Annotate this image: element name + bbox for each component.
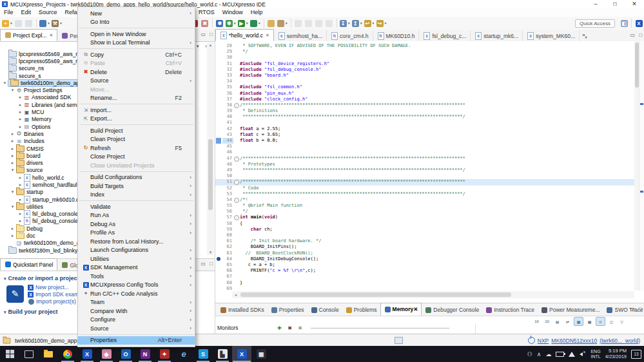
- editor-tab-system-mk60-[interactable]: csystem_MK60...: [523, 30, 580, 41]
- hex-format-icon[interactable]: 10: [532, 318, 541, 325]
- code-line-51[interactable]: 51−/************************************…: [215, 179, 634, 185]
- annotation-gutter[interactable]: [215, 108, 222, 114]
- menu-rtos[interactable]: RTOS: [195, 8, 219, 17]
- line-number[interactable]: 44: [222, 138, 233, 144]
- line-number[interactable]: 47: [222, 156, 233, 162]
- code-line-29[interactable]: 29 */: [215, 49, 634, 55]
- line-number[interactable]: 61: [222, 238, 233, 244]
- annotation-gutter[interactable]: [215, 268, 222, 274]
- battery-icon[interactable]: [556, 352, 564, 357]
- line-number[interactable]: 36: [222, 91, 233, 97]
- back-icon[interactable]: ↩▼: [364, 19, 375, 28]
- tab-debugger-console[interactable]: Debugger Console: [422, 304, 482, 316]
- clock[interactable]: 5:19 PM4/23/2019: [605, 348, 627, 359]
- menu-item-export-[interactable]: ⇱Export...: [78, 115, 195, 124]
- line-number[interactable]: 45: [222, 144, 233, 149]
- menu-item-build-project[interactable]: Build Project: [78, 126, 195, 135]
- tab-project-expl-[interactable]: Project Expl...✕: [0, 29, 57, 41]
- taskbar-mcuxpresso-icon[interactable]: X: [77, 346, 97, 362]
- menu-help[interactable]: Help: [247, 8, 267, 17]
- tree-expander-icon[interactable]: ▸: [17, 95, 23, 100]
- menu-item-refresh[interactable]: ↻RefreshF5: [78, 144, 195, 153]
- notifications-icon[interactable]: 13: [631, 350, 641, 359]
- annotation-gutter[interactable]: [215, 84, 222, 90]
- annotation-gutter[interactable]: [215, 114, 222, 120]
- editor-tab-semihost-ha-[interactable]: csemihost_ha...: [274, 30, 327, 41]
- taskbar-onenote-icon[interactable]: N: [135, 346, 155, 362]
- line-number[interactable]: 35: [222, 84, 233, 90]
- annotation-gutter[interactable]: [215, 191, 222, 197]
- menu-item-show-in-local-terminal[interactable]: Show in Local Terminal›: [78, 39, 195, 48]
- annotation-gutter[interactable]: [215, 173, 222, 179]
- tab-console[interactable]: Console: [307, 304, 342, 316]
- tab-quickstart-panel[interactable]: Quickstart Panel: [0, 258, 57, 271]
- annotation-gutter[interactable]: [215, 214, 222, 220]
- new-wizard-icon[interactable]: +▼: [2, 19, 13, 28]
- line-number[interactable]: 49: [222, 167, 233, 173]
- editor-tab-fsl-debug-c-[interactable]: cfsl_debug_c...: [419, 30, 471, 41]
- line-number[interactable]: 33: [222, 73, 233, 79]
- menu-item-mcuxpresso-config-tools[interactable]: XMCUXpresso Config Tools›: [78, 281, 195, 290]
- run-icon[interactable]: ▶▼: [238, 19, 249, 28]
- next-annotation-icon[interactable]: ↧▼: [340, 19, 351, 28]
- line-number[interactable]: 39: [222, 108, 233, 114]
- tab-memory[interactable]: Memory✕: [380, 303, 422, 316]
- code-line-61[interactable]: 61 /* Init board hardware. */: [215, 238, 634, 244]
- menu-item-copy[interactable]: ⧉CopyCtrl+C: [78, 50, 195, 59]
- line-number[interactable]: 40: [222, 114, 233, 120]
- annotation-gutter[interactable]: [215, 286, 222, 291]
- annotation-gutter[interactable]: [215, 262, 222, 268]
- network-icon[interactable]: [569, 352, 575, 357]
- code-line-42[interactable]: 42float a = 2.55;: [215, 126, 634, 132]
- line-number[interactable]: 55: [222, 203, 233, 209]
- line-number[interactable]: 56: [222, 209, 233, 214]
- tab-instruction-trace[interactable]: Instruction Trace: [482, 304, 538, 316]
- code-line-63[interactable]: 63 // BOARD_BootClockRUN();: [215, 251, 634, 256]
- taskbar-outlook-icon[interactable]: O: [116, 346, 135, 362]
- annotation-gutter[interactable]: [215, 179, 222, 185]
- code-line-50[interactable]: 50: [215, 173, 634, 179]
- code-line-59[interactable]: 59 char ch;: [215, 227, 634, 233]
- annotation-gutter[interactable]: [215, 167, 222, 173]
- tree-expander-icon[interactable]: ▸: [17, 102, 23, 108]
- code-line-60[interactable]: 60: [215, 233, 634, 238]
- tree-expander-icon[interactable]: ▸: [17, 211, 23, 216]
- tree-expander-icon[interactable]: ▾: [2, 81, 8, 86]
- annotation-gutter[interactable]: [215, 221, 222, 227]
- code-line-54[interactable]: 54−/*!: [215, 197, 634, 203]
- tab-properties[interactable]: Properties: [268, 304, 307, 316]
- tab-power-measureme-[interactable]: Power Measureme...: [538, 304, 603, 316]
- tree-expander-icon[interactable]: ▸: [10, 233, 15, 238]
- menu-item-validate[interactable]: Validate: [78, 202, 195, 211]
- line-number[interactable]: 65: [222, 262, 233, 268]
- menu-item-restore-from-local-history-[interactable]: Restore from Local History...: [78, 237, 195, 246]
- menu-item-run-c-c-code-analysis[interactable]: ✦Run C/C++ Code Analysis: [78, 289, 195, 298]
- menu-item-tools[interactable]: Tools›: [78, 272, 195, 281]
- code-line-40[interactable]: 40 *************************************…: [215, 114, 634, 120]
- launch-config-icon[interactable]: ▼: [39, 19, 50, 28]
- people-icon[interactable]: ⚇: [527, 351, 532, 357]
- code-line-48[interactable]: 48 * Prototypes: [215, 162, 634, 167]
- taskbar-chrome-icon[interactable]: [58, 346, 77, 362]
- menu-file[interactable]: File: [0, 8, 17, 17]
- menu-item-team[interactable]: Team›: [78, 298, 195, 307]
- menu-item-compare-with[interactable]: Compare With›: [78, 307, 195, 316]
- tree-expander-icon[interactable]: ▾: [10, 189, 15, 195]
- code-line-46[interactable]: 46: [215, 149, 634, 155]
- fold-collapse-icon[interactable]: −: [234, 215, 239, 220]
- line-number[interactable]: 69: [222, 286, 233, 291]
- taskbar-app-red-icon[interactable]: ✦: [155, 346, 174, 362]
- line-number[interactable]: 32: [222, 67, 233, 73]
- code-line-57[interactable]: 57−int main(void): [215, 214, 634, 220]
- tree-expander-icon[interactable]: ▸: [10, 153, 15, 158]
- line-number[interactable]: 29: [222, 49, 233, 55]
- editor-minmax[interactable]: ▭□: [630, 32, 642, 38]
- code-line-68[interactable]: 68}: [215, 280, 634, 286]
- line-number[interactable]: 59: [222, 227, 233, 233]
- menu-edit[interactable]: Edit: [17, 8, 35, 17]
- tree-expander-icon[interactable]: ▸: [17, 182, 23, 187]
- add-rendering-icon[interactable]: ▦: [574, 317, 583, 326]
- annotation-gutter[interactable]: [215, 156, 222, 162]
- editor-tab-core-cm4-h[interactable]: hcore_cm4.h: [327, 30, 373, 41]
- menu-item-configure[interactable]: Configure›: [78, 316, 195, 325]
